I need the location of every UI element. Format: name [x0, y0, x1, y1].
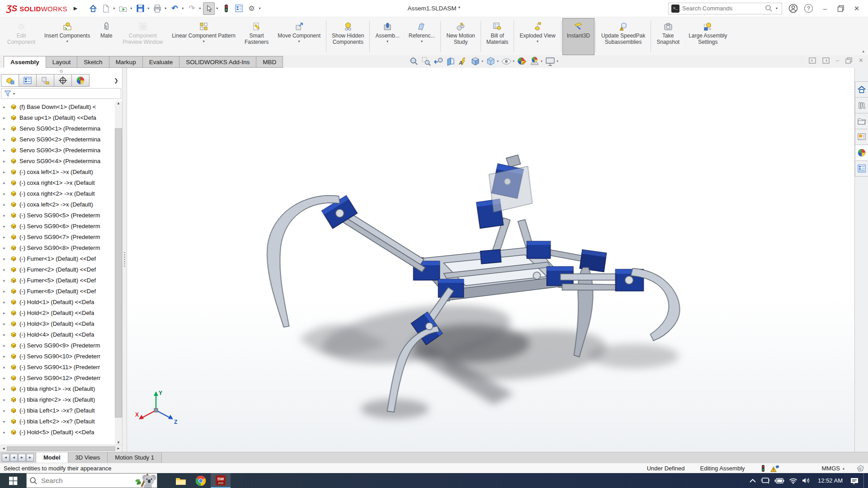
view-palette-tab[interactable]	[855, 129, 868, 145]
ribbon-update-speedpak-button[interactable]: Update SpeedPakSubassemblies	[597, 18, 650, 55]
window-close-button[interactable]: ✕	[851, 5, 863, 13]
print-caret[interactable]: ▾	[165, 6, 166, 10]
tree-item[interactable]: ▸ Base up<1> (Default) <<Defa	[0, 112, 115, 123]
view-settings-caret[interactable]: ▾	[557, 59, 558, 63]
taskbar-clock[interactable]: 12:52 AM	[815, 477, 845, 484]
ribbon-tab[interactable]: MBD	[256, 56, 283, 68]
tree-item[interactable]: ▸ (-) Fumer<1> (Default) <<Def	[0, 253, 115, 264]
wireless-display-icon[interactable]	[761, 477, 770, 484]
ribbon-reference-geometry-button[interactable]: Referenc...▾	[404, 18, 440, 55]
tree-item[interactable]: ▸ (-) tibia Left<2> ->x? (Default	[0, 416, 115, 427]
expand-arrow-icon[interactable]: ▸	[3, 115, 10, 120]
scrollbar-thumb[interactable]	[115, 128, 122, 418]
open-caret[interactable]: ▾	[130, 6, 132, 10]
task-pane-home-tab[interactable]	[855, 81, 868, 98]
previous-tab-button[interactable]: ◄	[10, 454, 18, 462]
dropdown-caret[interactable]: ▾	[387, 39, 388, 43]
expand-arrow-icon[interactable]: ▸	[3, 235, 10, 239]
battery-icon[interactable]	[774, 478, 784, 484]
expand-arrow-icon[interactable]: ▸	[3, 365, 10, 370]
panel-flyout-arrow[interactable]: ❯	[110, 74, 122, 87]
panel-splitter-bar[interactable]	[122, 68, 127, 452]
tree-item[interactable]: ▸ (-) Servo SG90<11> (Predeterr	[0, 361, 115, 372]
expand-arrow-icon[interactable]: ▸	[3, 289, 10, 294]
select-tool-caret[interactable]: ▾	[216, 6, 218, 10]
display-options-button[interactable]	[233, 2, 245, 15]
ribbon-linear-pattern-button[interactable]: Linear Component Pattern▾	[167, 18, 240, 55]
dropdown-caret[interactable]: ▾	[203, 39, 205, 43]
wifi-icon[interactable]	[789, 478, 797, 484]
expand-arrow-icon[interactable]: ▸	[3, 343, 10, 348]
annotation-visibility-button[interactable]: A	[458, 56, 468, 66]
expand-arrow-icon[interactable]: ▸	[3, 310, 10, 315]
tree-item[interactable]: ▸ (-) Hold<2> (Default) <<Defa	[0, 307, 115, 318]
ribbon-instant3d-button[interactable]: Instant3D	[562, 18, 594, 55]
ribbon-assembly-features-button[interactable]: Assemb...▾	[371, 18, 404, 55]
tree-item[interactable]: ▸ (-) Servo SG90<8> (Predeterm	[0, 242, 115, 253]
dropdown-caret[interactable]: ▾	[298, 39, 300, 43]
rebuild-warning-icon[interactable]	[770, 465, 779, 472]
expand-arrow-icon[interactable]: ▸	[3, 245, 10, 250]
expand-arrow-icon[interactable]: ▸	[3, 375, 10, 380]
tree-item[interactable]: ▸ (-) Fumer<5> (Default) <<Def	[0, 275, 115, 286]
scroll-up-arrow[interactable]: ▲	[117, 101, 120, 105]
help-icon[interactable]: ?	[804, 4, 813, 13]
settings-button[interactable]: ⚙	[245, 2, 257, 15]
expand-arrow-icon[interactable]: ▸	[3, 148, 10, 153]
settings-caret[interactable]: ▾	[259, 6, 260, 10]
new-document-button[interactable]	[100, 2, 112, 15]
view-orientation-caret[interactable]: ▾	[481, 59, 483, 63]
ribbon-edit-component-button[interactable]: EditComponent	[3, 18, 40, 55]
tree-item[interactable]: ▸ (-) Servo SG90<7> (Predeterm	[0, 231, 115, 242]
section-view-button[interactable]	[446, 56, 456, 66]
window-minimize-button[interactable]: –	[819, 5, 831, 12]
rebuild-button[interactable]	[220, 2, 232, 15]
dimxpertmanager-tab[interactable]	[54, 74, 72, 87]
tree-item[interactable]: ▸ Servo SG90<1> (Predetermina	[0, 123, 115, 134]
tree-item[interactable]: ▸ Servo SG90<4> (Predetermina	[0, 155, 115, 166]
taskbar-solidworks[interactable]: SW2023	[211, 473, 231, 488]
save-button[interactable]	[134, 2, 146, 15]
tree-filter-box[interactable]: ▾	[1, 88, 121, 99]
tray-chevron-icon[interactable]	[749, 478, 756, 483]
expand-arrow-icon[interactable]: ▸	[3, 180, 10, 185]
tree-vertical-scrollbar[interactable]: ▲ ▼	[115, 101, 122, 445]
expand-arrow-icon[interactable]: ▸	[3, 354, 10, 359]
hide-show-caret[interactable]: ▾	[513, 59, 514, 63]
scroll-left-arrow[interactable]: ◄	[2, 446, 5, 450]
expand-arrow-icon[interactable]: ▸	[3, 321, 10, 326]
expand-arrow-icon[interactable]: ▸	[3, 137, 10, 142]
dropdown-caret[interactable]: ▾	[66, 39, 68, 43]
start-button[interactable]	[0, 473, 26, 488]
redo-caret[interactable]: ▾	[199, 6, 201, 10]
expand-arrow-icon[interactable]: ▸	[3, 213, 10, 218]
filter-caret[interactable]: ▾	[13, 92, 15, 96]
tree-item[interactable]: ▸ (f) Base Down<1> (Default) <	[0, 101, 115, 112]
expand-arrow-icon[interactable]: ▸	[3, 224, 10, 229]
show-desktop-button[interactable]	[863, 473, 866, 488]
dropdown-caret[interactable]: ▾	[421, 39, 423, 43]
menu-flyout-arrow[interactable]: ▶	[74, 5, 77, 11]
document-tab[interactable]: Model	[36, 452, 68, 463]
tree-item[interactable]: ▸ Servo SG90<3> (Predetermina	[0, 145, 115, 155]
graphics-viewport[interactable]: Y X Z	[127, 68, 854, 452]
doc-restore-button[interactable]	[845, 57, 852, 64]
tag-editor-icon[interactable]	[856, 465, 864, 472]
new-document-caret[interactable]: ▾	[113, 6, 115, 10]
zoom-fit-button[interactable]	[409, 56, 419, 66]
expand-arrow-icon[interactable]: ▸	[3, 159, 10, 164]
ribbon-mate-button[interactable]: Mate	[94, 18, 118, 55]
tree-item[interactable]: ▸ (-) Fumer<2> (Default) <<Def	[0, 264, 115, 275]
command-search[interactable]: >_ ▾	[668, 3, 782, 14]
ribbon-tab[interactable]: Evaluate	[142, 56, 180, 68]
expand-arrow-icon[interactable]: ▸	[3, 386, 10, 391]
zoom-area-button[interactable]	[421, 56, 431, 66]
tree-item[interactable]: ▸ (-) Hold<4> (Default) <<Defa	[0, 329, 115, 340]
print-button[interactable]	[151, 2, 163, 15]
ribbon-collapse-chevron[interactable]: ▴	[862, 49, 864, 53]
action-center-icon[interactable]	[850, 477, 859, 485]
open-button[interactable]	[117, 2, 129, 15]
tree-item[interactable]: ▸ Servo SG90<2> (Predetermina	[0, 134, 115, 145]
next-tab-button[interactable]: ►	[18, 454, 26, 462]
expand-arrow-icon[interactable]: ▸	[3, 169, 10, 174]
